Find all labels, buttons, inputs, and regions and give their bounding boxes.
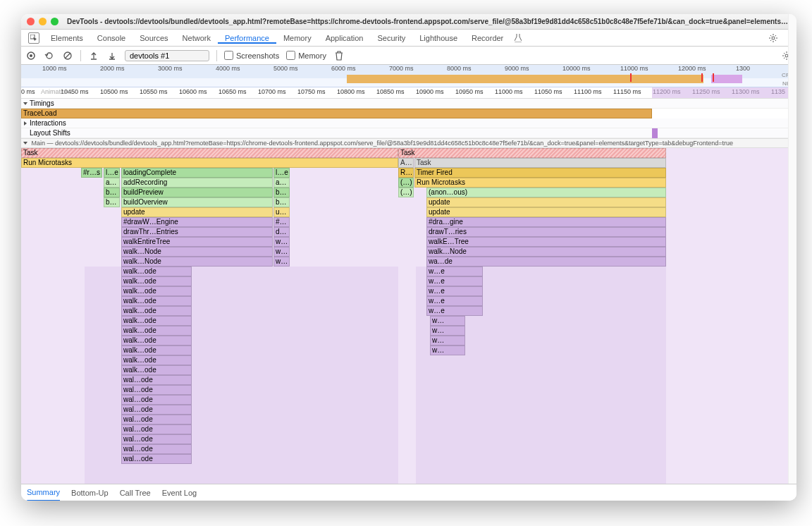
flame-bar[interactable]: walk…ode	[121, 365, 192, 375]
flame-bar[interactable]: wal…ode	[121, 415, 192, 424]
flame-bar[interactable]: walk…Node	[121, 257, 273, 267]
flame-bar[interactable]: walk…ode	[121, 286, 192, 296]
flame-bar[interactable]: walk…ode	[121, 336, 192, 345]
details-tab-event-log[interactable]: Event Log	[162, 489, 197, 497]
timeline-ruler[interactable]: 0 ms10450 ms10500 ms10550 ms10600 ms1065…	[21, 87, 796, 99]
flame-bar[interactable]: wal…ode	[121, 424, 192, 434]
tab-performance[interactable]: Performance	[218, 34, 276, 44]
flame-bar[interactable]: b…	[273, 188, 290, 197]
flame-bar[interactable]: walk…ode	[121, 267, 192, 276]
flame-bar[interactable]: l…e	[104, 168, 120, 178]
flame-bar[interactable]: addRecording	[121, 178, 273, 188]
flame-bar[interactable]: wal…ode	[121, 405, 192, 415]
flame-bar[interactable]: #dra…gine	[426, 217, 666, 227]
flame-bar[interactable]: walk…ode	[121, 306, 192, 316]
flame-bar[interactable]: w…	[273, 237, 290, 247]
tab-recorder[interactable]: Recorder	[465, 34, 510, 42]
details-tab-summary[interactable]: Summary	[27, 484, 60, 501]
timeline-overview[interactable]: 1000 ms2000 ms3000 ms4000 ms5000 ms6000 …	[21, 65, 796, 87]
details-tab-call-tree[interactable]: Call Tree	[120, 489, 151, 497]
tab-application[interactable]: Application	[319, 34, 371, 42]
reload-icon[interactable]	[44, 50, 55, 61]
flame-bar[interactable]: (…)	[398, 188, 414, 197]
profile-select[interactable]: devtools #1	[125, 50, 209, 61]
flame-bar[interactable]: u…	[273, 207, 290, 217]
flame-bar[interactable]: wal…ode	[121, 375, 192, 385]
flame-bar[interactable]: walk…ode	[121, 326, 192, 336]
flame-bar[interactable]: Task	[414, 158, 666, 168]
flame-bar[interactable]: update	[426, 207, 666, 217]
flame-bar[interactable]: wal…ode	[121, 434, 192, 444]
tab-security[interactable]: Security	[370, 34, 412, 42]
flame-bar[interactable]: w…	[430, 326, 465, 336]
flame-bar[interactable]: Task	[21, 148, 398, 158]
flame-bar[interactable]: b…	[104, 197, 120, 207]
layoutshift-marker[interactable]	[652, 128, 658, 138]
download-icon[interactable]	[106, 50, 118, 61]
flame-bar[interactable]: walk…ode	[121, 296, 192, 306]
flame-bar[interactable]: d…	[273, 227, 290, 237]
flame-bar[interactable]: wal…ode	[121, 385, 192, 395]
flame-bar[interactable]: (…)	[398, 178, 414, 188]
flame-bar[interactable]: w…e	[426, 286, 483, 296]
flame-bar[interactable]: w…e	[426, 267, 483, 276]
flame-bar[interactable]: walkE…Tree	[426, 237, 666, 247]
record-icon[interactable]	[25, 50, 37, 61]
flame-bar[interactable]: w…e	[426, 276, 483, 286]
tab-sources[interactable]: Sources	[133, 34, 175, 42]
flame-bar[interactable]: walk…ode	[121, 355, 192, 365]
traceload-bar[interactable]: TraceLoad	[21, 109, 652, 118]
close-traffic-light[interactable]	[27, 18, 35, 25]
flame-bar[interactable]: Run Microtasks	[21, 158, 398, 168]
upload-icon[interactable]	[88, 50, 99, 61]
details-tab-bottom-up[interactable]: Bottom-Up	[71, 489, 109, 497]
flame-bar[interactable]: loadingComplete	[121, 168, 273, 178]
flame-bar[interactable]: drawThr…Entries	[121, 227, 273, 237]
flame-bar[interactable]: R…	[398, 168, 414, 178]
minimize-traffic-light[interactable]	[39, 18, 47, 25]
flame-chart[interactable]: TaskRun Microtasks#r…sl…eloadingComplete…	[21, 148, 796, 484]
tab-console[interactable]: Console	[90, 34, 133, 42]
tab-network[interactable]: Network	[176, 34, 218, 42]
timings-header[interactable]: Timings	[21, 99, 796, 109]
flame-bar[interactable]: walk…ode	[121, 276, 192, 286]
tab-lighthouse[interactable]: Lighthouse	[412, 34, 465, 42]
flame-bar[interactable]: w…	[430, 345, 465, 355]
flame-bar[interactable]: walk…Node	[121, 247, 273, 257]
flame-bar[interactable]: wal…ode	[121, 395, 192, 405]
flame-bar[interactable]: #…	[273, 217, 290, 227]
trash-icon[interactable]	[333, 50, 345, 61]
flame-bar[interactable]: wa…de	[426, 257, 666, 267]
flame-bar[interactable]: drawT…ries	[426, 227, 666, 237]
flame-bar[interactable]: #r…s	[81, 168, 102, 178]
flame-bar[interactable]: Timer Fired	[414, 168, 666, 178]
screenshots-checkbox[interactable]: Screenshots	[224, 51, 279, 60]
flame-bar[interactable]: wal…ode	[121, 454, 192, 464]
tab-memory[interactable]: Memory	[276, 34, 319, 42]
vertical-scrollbar[interactable]	[788, 14, 796, 484]
flame-bar[interactable]: walkEntireTree	[121, 237, 273, 247]
flame-bar[interactable]: A…	[398, 158, 414, 168]
flame-bar[interactable]: wal…ode	[121, 444, 192, 454]
flame-bar[interactable]: b…	[104, 188, 120, 197]
flame-bar[interactable]: w…	[430, 336, 465, 345]
tab-elements[interactable]: Elements	[44, 34, 90, 42]
flame-bar[interactable]: w…	[430, 316, 465, 326]
flame-bar[interactable]: walk…ode	[121, 316, 192, 326]
flame-bar[interactable]: update	[121, 207, 273, 217]
clear-icon[interactable]	[62, 50, 73, 61]
flame-bar[interactable]: w…	[273, 257, 290, 267]
flame-bar[interactable]: update	[426, 197, 666, 207]
flame-bar[interactable]: Task	[398, 148, 666, 158]
flame-bar[interactable]: walk…Node	[426, 247, 666, 257]
flame-bar[interactable]: buildPreview	[121, 188, 273, 197]
flame-bar[interactable]: #drawW…Engine	[121, 217, 273, 227]
flame-bar[interactable]: a…	[273, 178, 290, 188]
flame-bar[interactable]: a…	[104, 178, 120, 188]
flame-bar[interactable]: l…e	[273, 168, 290, 178]
settings-gear-icon[interactable]	[768, 33, 778, 43]
memory-checkbox[interactable]: Memory	[286, 51, 326, 60]
zoom-traffic-light[interactable]	[51, 18, 59, 25]
flame-bar[interactable]: (anon…ous)	[426, 188, 666, 197]
flame-bar[interactable]: w…e	[426, 296, 483, 306]
